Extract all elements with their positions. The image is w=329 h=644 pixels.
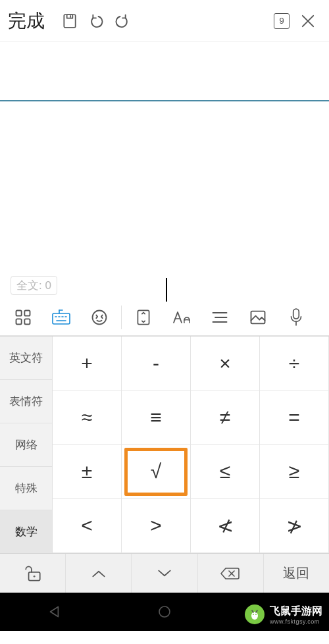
format-toolbar (0, 299, 329, 336)
return-key[interactable]: 返回 (264, 554, 329, 593)
svg-point-33 (251, 612, 258, 620)
tab-english-symbols[interactable]: 英文符 (0, 336, 53, 380)
voice-input-button[interactable] (277, 299, 315, 336)
key-lte[interactable]: ≤ (191, 445, 260, 499)
site-watermark: 飞鼠手游网 www.fsktgsy.com (218, 599, 329, 630)
image-icon (249, 309, 267, 326)
key-not-equal[interactable]: ≠ (191, 390, 260, 444)
apps-button[interactable] (4, 299, 42, 336)
paragraph-align-button[interactable] (201, 299, 239, 336)
word-count-label: 全文: 0 (11, 276, 57, 295)
editor-top-toolbar: 完成 9 (0, 0, 329, 42)
insert-image-button[interactable] (239, 299, 277, 336)
expand-down-key[interactable] (132, 554, 197, 593)
chevron-up-icon (90, 568, 107, 579)
key-greater-than[interactable]: > (122, 499, 191, 553)
toolbar-divider (121, 306, 122, 329)
emoji-face-icon (90, 308, 109, 327)
page-number-badge: 9 (274, 13, 290, 29)
symbol-category-tabs: 英文符 表情符 网络 特殊 数学 (0, 336, 53, 553)
redo-icon (113, 12, 132, 30)
svg-point-34 (253, 614, 254, 615)
watermark-brand: 飞鼠手游网 (270, 605, 322, 616)
svg-line-37 (256, 610, 257, 612)
svg-line-36 (252, 610, 253, 612)
key-identical[interactable]: ≡ (122, 390, 191, 444)
android-nav-bar: 飞鼠手游网 www.fsktgsy.com (0, 593, 329, 631)
editor-area[interactable]: 全文: 0 (0, 42, 329, 299)
undo-button[interactable] (83, 8, 109, 34)
key-approx[interactable]: ≈ (53, 390, 122, 444)
svg-rect-24 (293, 309, 299, 319)
microphone-icon (289, 308, 303, 327)
key-plus-minus[interactable]: ± (53, 445, 122, 499)
nav-home-circle-icon (157, 604, 172, 620)
key-divide[interactable]: ÷ (260, 336, 329, 390)
symbol-key-grid: + - × ÷ ≈ ≡ ≠ = ± √ ≤ ≥ < > ≮ ≯ (53, 336, 329, 553)
keyboard-toggle-button[interactable] (42, 299, 80, 336)
redo-button[interactable] (109, 8, 136, 34)
key-square-root[interactable]: √ (122, 445, 191, 499)
key-equal[interactable]: = (260, 390, 329, 444)
unlock-icon (23, 564, 43, 583)
nav-home-button[interactable] (149, 596, 180, 628)
watermark-url: www.fsktgsy.com (270, 618, 322, 625)
close-icon (299, 12, 317, 30)
key-not-greater-than[interactable]: ≯ (260, 499, 329, 553)
page-info-button[interactable]: 9 (268, 8, 295, 34)
align-lines-icon (211, 309, 229, 325)
keyboard-bottom-row: 返回 (0, 553, 329, 593)
svg-marker-30 (51, 606, 59, 616)
text-aa-icon (172, 309, 191, 326)
svg-point-31 (159, 606, 170, 617)
emoji-button[interactable] (80, 299, 118, 336)
key-gte[interactable]: ≥ (260, 445, 329, 499)
key-plus[interactable]: + (53, 336, 122, 390)
svg-rect-9 (53, 313, 70, 324)
svg-point-27 (33, 575, 35, 577)
tab-emoticons[interactable]: 表情符 (0, 380, 53, 423)
body-field[interactable]: 全文: 0 (0, 101, 329, 299)
done-button[interactable]: 完成 (8, 9, 45, 34)
backspace-key[interactable] (198, 554, 264, 593)
svg-rect-0 (64, 14, 75, 28)
apps-grid-icon (14, 308, 32, 327)
tab-special[interactable]: 特殊 (0, 467, 53, 510)
close-button[interactable] (295, 8, 321, 34)
fullscreen-button[interactable] (124, 299, 163, 336)
floppy-disk-icon (61, 13, 78, 30)
svg-rect-8 (24, 319, 30, 324)
undo-icon (87, 12, 105, 30)
tab-math[interactable]: 数学 (0, 510, 53, 553)
key-multiply[interactable]: × (191, 336, 260, 390)
text-style-button[interactable] (163, 299, 201, 336)
svg-rect-6 (24, 310, 30, 315)
svg-rect-1 (67, 14, 73, 18)
symbol-keyboard: 英文符 表情符 网络 特殊 数学 + - × ÷ ≈ ≡ ≠ = ± √ ≤ ≥… (0, 336, 329, 553)
expand-vertical-icon (135, 308, 152, 327)
nav-back-button[interactable] (39, 596, 70, 628)
save-button[interactable] (57, 8, 83, 34)
svg-rect-5 (16, 310, 22, 315)
keyboard-icon (51, 308, 72, 327)
collapse-up-key[interactable] (66, 554, 132, 593)
key-less-than[interactable]: < (53, 499, 122, 553)
svg-point-35 (255, 614, 257, 615)
key-not-less-than[interactable]: ≮ (191, 499, 260, 553)
chevron-down-icon (156, 568, 173, 579)
title-field[interactable] (0, 42, 329, 101)
backspace-icon (219, 566, 241, 581)
text-cursor (166, 278, 167, 302)
mascot-icon (245, 604, 265, 624)
svg-rect-7 (16, 319, 22, 324)
svg-point-17 (93, 310, 107, 324)
key-minus[interactable]: - (122, 336, 191, 390)
nav-back-triangle-icon (46, 603, 63, 620)
lock-toggle-key[interactable] (0, 554, 66, 593)
tab-network[interactable]: 网络 (0, 423, 53, 467)
